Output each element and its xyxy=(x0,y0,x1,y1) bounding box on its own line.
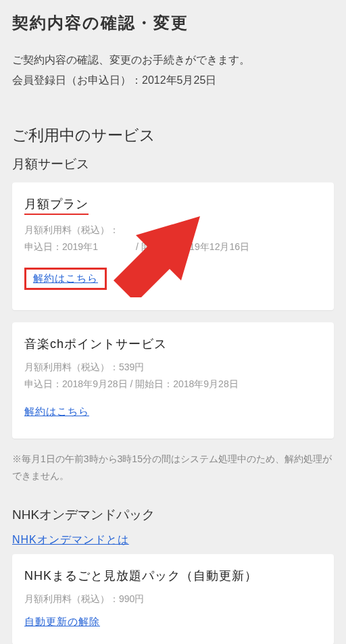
intro-line-1: ご契約内容の確認、変更のお手続きができます。 xyxy=(12,50,334,70)
card-fee: 月額利用料（税込）： xyxy=(24,222,322,239)
cancel-link[interactable]: 解約はこちら xyxy=(24,405,89,418)
service-card-nhk-pack: NHKまるごと見放題パック（自動更新） 月額利用料（税込）：990円 自動更新の… xyxy=(12,554,334,644)
page-title: 契約内容の確認・変更 xyxy=(12,12,334,34)
service-card-monthly-plan: 月額プラン 月額利用料（税込）： 申込日：2019年1 / 開始日：2019年1… xyxy=(12,182,334,310)
card-title: 月額プラン xyxy=(24,196,89,215)
cancel-auto-renew-link[interactable]: 自動更新の解除 xyxy=(24,616,100,628)
card-dates: 申込日：2019年1 / 開始日：2019年12月16日 xyxy=(24,239,322,255)
card-fee: 月額利用料（税込）：990円 xyxy=(24,591,322,608)
cancel-link[interactable]: 解約はこちら xyxy=(24,268,107,290)
card-dates: 申込日：2018年9月28日 / 開始日：2018年9月28日 xyxy=(24,376,322,393)
card-fee: 月額利用料（税込）：539円 xyxy=(24,359,322,376)
intro-line-2: 会員登録日（お申込日）：2012年5月25日 xyxy=(12,70,334,91)
intro-text: ご契約内容の確認、変更のお手続きができます。 会員登録日（お申込日）：2012年… xyxy=(12,50,334,91)
card-title: 音楽chポイントサービス xyxy=(24,336,322,352)
card-title: NHKまるごと見放題パック（自動更新） xyxy=(24,568,322,584)
nhk-ondemand-info-link[interactable]: NHKオンデマンドとは xyxy=(12,533,129,547)
service-card-music-ch: 音楽chポイントサービス 月額利用料（税込）：539円 申込日：2018年9月2… xyxy=(12,322,334,438)
section-title-services: ご利用中のサービス xyxy=(12,125,334,146)
subsection-monthly: 月額サービス xyxy=(12,155,334,173)
system-note: ※毎月1日の午前3時から3時15分の間はシステム処理中のため、解約処理ができませ… xyxy=(12,451,334,485)
subsection-nhk-pack: NHKオンデマンドパック xyxy=(12,506,334,524)
